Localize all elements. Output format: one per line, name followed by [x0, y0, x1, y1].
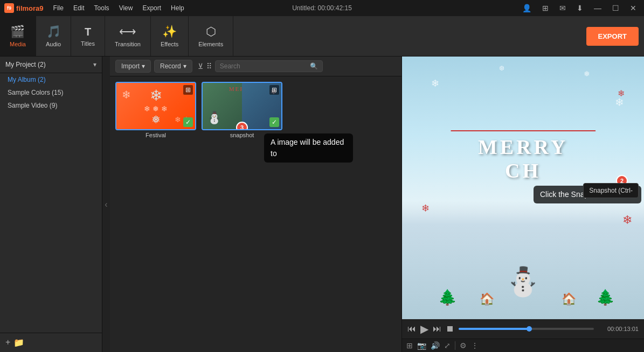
toolbar-effects[interactable]: ✨ Effects — [151, 16, 189, 56]
toolbar-transition[interactable]: ⟷ Transition — [105, 16, 151, 56]
elements-label: Elements — [198, 41, 223, 47]
menu-file[interactable]: File — [49, 3, 68, 13]
ch-label: CH — [478, 159, 568, 182]
menu-export[interactable]: Export — [138, 3, 165, 13]
store-icon[interactable]: ⊞ — [539, 3, 552, 13]
menu-edit[interactable]: Edit — [69, 3, 89, 13]
transition-icon: ⟷ — [119, 25, 136, 39]
snapshot-selected-check: ✓ — [269, 117, 279, 127]
festival-thumb: ❄ ❄ ❅ ❄ ❅ ⊞ ✓ — [115, 82, 196, 130]
app-title: Untitled: 00:00:42:15 — [292, 4, 352, 12]
audio-icon: 🎵 — [46, 25, 61, 39]
titlebar: f9 filmora9 File Edit Tools View Export … — [0, 0, 644, 16]
snowflake-red: ❄ — [618, 88, 625, 98]
media-toolbar: Import ▾ Record ▾ ⊻ ⠿ 🔍 — [110, 57, 401, 76]
titlebar-left: f9 filmora9 File Edit Tools View Export … — [4, 3, 189, 13]
progress-dot — [527, 326, 532, 332]
add-folder-icon[interactable]: 📁 — [13, 337, 24, 348]
account-icon[interactable]: 👤 — [519, 3, 535, 13]
project-expand-icon[interactable]: ▾ — [93, 61, 96, 68]
project-item-album[interactable]: My Album (2) — [0, 73, 102, 86]
transition-label: Transition — [115, 41, 141, 47]
minimize-button[interactable]: — — [591, 3, 605, 13]
titles-icon: T — [85, 26, 91, 38]
maximize-button[interactable]: ☐ — [609, 3, 622, 13]
project-item-colors[interactable]: Sample Colors (15) — [0, 86, 102, 99]
panel-actions: + 📁 — [0, 333, 102, 352]
media-label: Media — [10, 41, 26, 47]
preview-controls: ⏮ ▶ ⏭ ⏹ 00:00:13:01 — [402, 319, 644, 339]
filter-icon[interactable]: ⊻ — [198, 62, 203, 71]
search-bar[interactable]: 🔍 — [215, 60, 323, 72]
fast-forward-button[interactable]: ⏭ — [433, 324, 441, 334]
media-card-snapshot[interactable]: MERRY ⛄ ❄ ⊞ ✓ 3 snapshot — [202, 82, 282, 138]
snowflake-4: ❆ — [499, 65, 504, 72]
play-button[interactable]: ▶ — [420, 322, 428, 335]
toolbar: 🎬 Media 🎵 Audio T Titles ⟷ Transition ✨ … — [0, 16, 644, 57]
collapse-panel-button[interactable]: ‹ — [102, 57, 110, 352]
snowflake-1: ❄ — [431, 78, 439, 89]
app-name: filmora9 — [16, 4, 44, 12]
media-grid: ❄ ❄ ❅ ❄ ❅ ⊞ ✓ Festival MERRY ⛄ — [110, 76, 401, 352]
preview-panel: ❄ ❅ ❄ ❆ ❄ MERRY CH ⛄ 🌲 🌲 🏠 🏠 — [401, 57, 644, 352]
toolbar-audio[interactable]: 🎵 Audio — [36, 16, 71, 56]
prev-frame-button[interactable]: ⏮ — [407, 324, 416, 334]
grid-icon[interactable]: ⠿ — [206, 62, 212, 71]
tool-separator — [455, 341, 455, 350]
menu-bar: File Edit Tools View Export Help — [49, 3, 189, 13]
house-right: 🏠 — [562, 292, 576, 306]
red-deco-2: ❄ — [622, 213, 632, 227]
camera-icon[interactable]: 📷 — [417, 341, 426, 350]
menu-help[interactable]: Help — [167, 3, 189, 13]
menu-tools[interactable]: Tools — [90, 3, 114, 13]
mail-icon[interactable]: ✉ — [556, 3, 569, 13]
elements-icon: ⬡ — [206, 25, 216, 39]
toolbar-titles[interactable]: T Titles — [71, 16, 105, 56]
record-button[interactable]: Record ▾ — [154, 60, 192, 73]
fullscreen-icon[interactable]: ⊞ — [406, 341, 413, 350]
import-button[interactable]: Import ▾ — [115, 60, 151, 73]
festival-selected-check: ✓ — [183, 117, 193, 127]
tree-left: 🌲 — [438, 288, 457, 306]
media-area: Import ▾ Record ▾ ⊻ ⠿ 🔍 ❄ — [110, 57, 401, 352]
search-icon: 🔍 — [310, 62, 318, 70]
preview-tools: ⊞ 📷 🔊 ⤢ ⚙ ⋮ — [402, 339, 644, 352]
export-button[interactable]: EXPORT — [586, 27, 639, 46]
time-display: 00:00:13:01 — [598, 326, 639, 332]
search-input[interactable] — [220, 62, 310, 70]
project-header-label: My Project (2) — [5, 61, 46, 68]
snowflake-2: ❅ — [584, 69, 590, 78]
toolbar-elements[interactable]: ⬡ Elements — [189, 16, 233, 56]
preview-progress-bar[interactable] — [459, 328, 594, 330]
close-button[interactable]: ✕ — [627, 3, 640, 13]
snapshot-badge-3: 3 — [236, 122, 248, 130]
tree-right: 🌲 — [596, 288, 615, 306]
snapshot-tooltip: Snapshot (Ctrl- — [583, 183, 639, 198]
deco-line-top — [451, 130, 595, 131]
add-media-icon[interactable]: + — [5, 337, 10, 348]
effects-label: Effects — [161, 41, 178, 47]
import-label: Import — [121, 62, 140, 70]
titles-label: Titles — [81, 40, 95, 47]
snapshot-type-icon: ⊞ — [269, 85, 279, 95]
expand-icon[interactable]: ⤢ — [444, 341, 451, 350]
dots-icon[interactable]: ⋮ — [471, 341, 479, 350]
app-logo-icon: f9 — [4, 3, 14, 13]
progress-fill — [459, 328, 529, 330]
download-icon[interactable]: ⬇ — [573, 3, 586, 13]
snapshot-label: snapshot — [202, 132, 282, 138]
merry-text: MERRY CH — [478, 135, 568, 182]
red-deco-1: ❄ — [421, 202, 430, 214]
menu-view[interactable]: View — [115, 3, 137, 13]
toolbar-media[interactable]: 🎬 Media — [0, 16, 36, 56]
record-label: Record — [160, 62, 181, 70]
merry-label: MERRY — [478, 135, 568, 159]
stop-button[interactable]: ⏹ — [446, 324, 454, 334]
media-card-festival[interactable]: ❄ ❄ ❅ ❄ ❅ ⊞ ✓ Festival — [115, 82, 196, 138]
snowman-emoji: ⛄ — [505, 265, 541, 298]
effects-icon: ✨ — [162, 25, 177, 39]
settings-icon[interactable]: ⚙ — [460, 341, 467, 350]
volume-icon[interactable]: 🔊 — [431, 341, 440, 350]
titlebar-right: 👤 ⊞ ✉ ⬇ — ☐ ✕ — [519, 3, 640, 13]
project-item-video[interactable]: Sample Video (9) — [0, 99, 102, 112]
